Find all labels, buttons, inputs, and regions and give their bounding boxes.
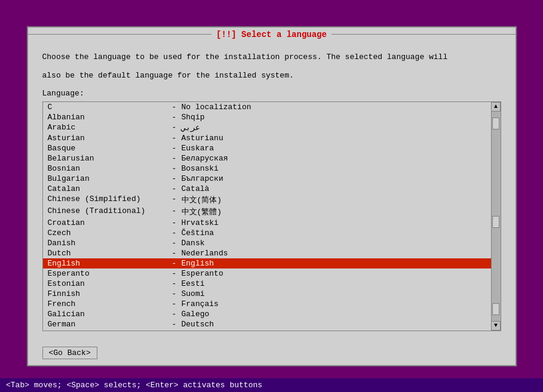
lang-sep: - — [167, 289, 182, 298]
lang-name: Estonian — [48, 279, 167, 288]
description-line2: also be the default language for the ins… — [42, 70, 501, 82]
dialog-box: [!!] Select a language Choose the langua… — [27, 26, 517, 366]
lang-native: Deutsch — [182, 320, 214, 329]
lang-sep: - — [167, 144, 182, 153]
status-bar: <Tab> moves; <Space> selects; <Enter> ac… — [0, 378, 543, 392]
scroll-thumb-bot[interactable] — [492, 303, 499, 315]
lang-native: Беларуская — [182, 154, 228, 163]
lang-native: Shqip — [182, 113, 205, 122]
lang-name: Belarusian — [48, 154, 167, 163]
screen: [!!] Select a language Choose the langua… — [0, 0, 543, 392]
list-item[interactable]: Basque-Euskara — [43, 143, 491, 153]
list-item[interactable]: French-Français — [43, 299, 491, 309]
lang-native: Dansk — [182, 239, 205, 248]
lang-native: Français — [182, 300, 219, 308]
lang-native: Hrvatski — [182, 218, 219, 227]
scroll-down-arrow[interactable]: ▼ — [491, 321, 501, 331]
lang-sep: - — [167, 218, 182, 227]
lang-name: Esperanto — [48, 269, 167, 278]
lang-sep: - — [167, 206, 182, 217]
lang-native: Esperanto — [182, 269, 223, 278]
list-item[interactable]: English-English — [43, 258, 491, 268]
lang-name: Greek — [48, 330, 167, 331]
lang-native: 中文(简体) — [182, 195, 222, 205]
list-item[interactable]: Croatian-Hrvatski — [43, 218, 491, 228]
lang-name: Chinese (Traditional) — [48, 206, 167, 217]
list-item[interactable]: Belarusian-Беларуская — [43, 153, 491, 163]
lang-sep: - — [167, 174, 182, 183]
button-row: <Go Back> — [28, 341, 516, 365]
list-item[interactable]: Arabic-عربي — [43, 122, 491, 133]
status-text: <Tab> moves; <Space> selects; <Enter> ac… — [6, 381, 262, 390]
lang-name: Dutch — [48, 249, 167, 258]
lang-name: Basque — [48, 144, 167, 153]
list-item[interactable]: Albanian-Shqip — [43, 112, 491, 122]
scrollbar[interactable]: ▲ ▼ — [491, 102, 501, 331]
scroll-thumb-mid[interactable] — [492, 216, 499, 228]
lang-name: Galician — [48, 310, 167, 319]
lang-sep: - — [167, 134, 182, 143]
lang-native: English — [182, 259, 214, 268]
list-item[interactable]: Bulgarian-Български — [43, 174, 491, 184]
lang-native: Asturianu — [182, 134, 223, 143]
list-item[interactable]: Asturian-Asturianu — [43, 133, 491, 143]
lang-sep: - — [167, 269, 182, 278]
title-bar: [!!] Select a language — [28, 27, 516, 42]
description-line1: Choose the language to be used for the i… — [42, 51, 501, 63]
lang-name: French — [48, 300, 167, 308]
lang-name: Finnish — [48, 289, 167, 298]
lang-native: 中文(繁體) — [182, 206, 222, 217]
list-item[interactable]: German-Deutsch — [43, 319, 491, 329]
lang-name: C — [48, 103, 167, 112]
lang-native: Nederlands — [182, 249, 228, 258]
scroll-thumb[interactable] — [492, 118, 499, 129]
list-item[interactable]: Dutch-Nederlands — [43, 248, 491, 258]
lang-sep: - — [167, 320, 182, 329]
list-item[interactable]: Greek-Ελληνικά — [43, 329, 491, 331]
lang-name: Bosnian — [48, 164, 167, 173]
list-item[interactable]: Galician-Galego — [43, 309, 491, 319]
scroll-track — [492, 112, 500, 321]
list-item[interactable]: Finnish-Suomi — [43, 289, 491, 299]
lang-sep: - — [167, 184, 182, 193]
list-item[interactable]: Esperanto-Esperanto — [43, 268, 491, 279]
lang-sep: - — [167, 123, 182, 132]
lang-name: Albanian — [48, 113, 167, 122]
list-item[interactable]: Catalan-Català — [43, 184, 491, 194]
title-line-right — [332, 34, 516, 35]
lang-name: Bulgarian — [48, 174, 167, 183]
lang-sep: - — [167, 113, 182, 122]
lang-sep: - — [167, 195, 182, 205]
lang-name: English — [48, 259, 167, 268]
lang-sep: - — [167, 249, 182, 258]
lang-sep: - — [167, 164, 182, 173]
list-item[interactable]: Chinese (Traditional)-中文(繁體) — [43, 206, 491, 218]
lang-name: German — [48, 320, 167, 329]
go-back-button[interactable]: <Go Back> — [42, 347, 97, 359]
lang-sep: - — [167, 310, 182, 319]
language-list-container[interactable]: C-No localizationAlbanian-ShqipArabic-عر… — [42, 101, 501, 331]
lang-name: Chinese (Simplified) — [48, 195, 167, 205]
language-label: Language: — [42, 89, 501, 98]
dialog-content: Choose the language to be used for the i… — [28, 42, 516, 341]
list-item[interactable]: C-No localization — [43, 102, 491, 112]
lang-sep: - — [167, 300, 182, 308]
lang-native: Ελληνικά — [182, 330, 219, 331]
lang-native: Eesti — [182, 279, 205, 288]
lang-name: Catalan — [48, 184, 167, 193]
list-item[interactable]: Estonian-Eesti — [43, 279, 491, 289]
list-item[interactable]: Bosnian-Bosanski — [43, 163, 491, 174]
dialog-title: [!!] Select a language — [211, 30, 332, 39]
lang-name: Croatian — [48, 218, 167, 227]
list-item[interactable]: Danish-Dansk — [43, 238, 491, 248]
list-item[interactable]: Chinese (Simplified)-中文(简体) — [43, 194, 491, 206]
lang-sep: - — [167, 229, 182, 237]
lang-native: Български — [182, 174, 223, 183]
list-item[interactable]: Czech-Čeština — [43, 228, 491, 238]
lang-sep: - — [167, 259, 182, 268]
lang-native: Suomi — [182, 289, 205, 298]
lang-native: No localization — [182, 103, 251, 112]
lang-sep: - — [167, 103, 182, 112]
scroll-up-arrow[interactable]: ▲ — [491, 102, 501, 112]
language-list[interactable]: C-No localizationAlbanian-ShqipArabic-عر… — [43, 102, 491, 331]
